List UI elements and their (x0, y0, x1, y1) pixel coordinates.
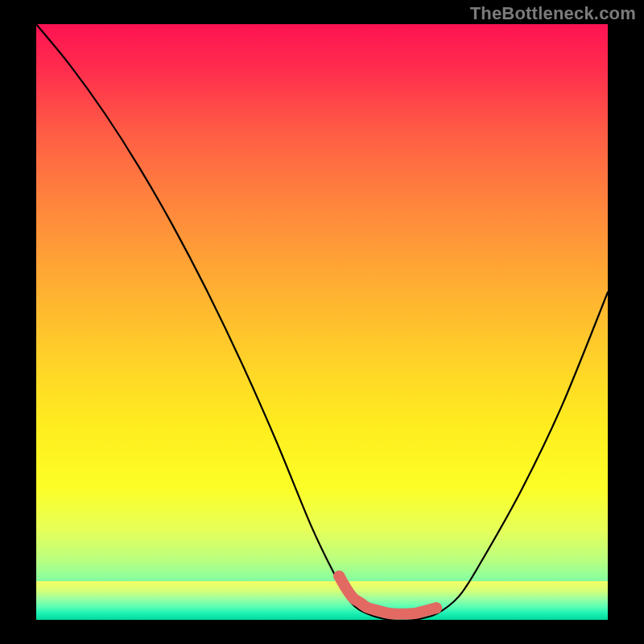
optimal-zone-start-dot (333, 571, 345, 582)
bottleneck-curve-line (36, 24, 608, 620)
optimal-zone-end-dot (431, 602, 442, 613)
plot-area (36, 24, 608, 620)
watermark-text: TheBottleneck.com (470, 3, 636, 24)
curve-layer (36, 24, 608, 620)
chart-frame: TheBottleneck.com (0, 0, 644, 644)
optimal-zone-highlight (339, 576, 436, 614)
